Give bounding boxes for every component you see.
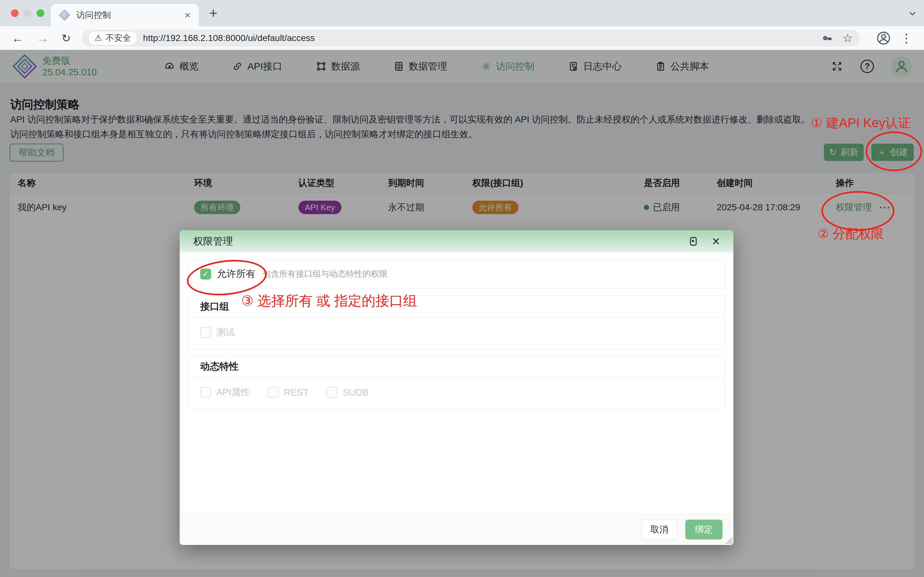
group-test-label: 测试: [216, 326, 235, 339]
tab-close-icon[interactable]: ×: [184, 10, 191, 20]
address-bar[interactable]: ⚠ 不安全 http://192.168.2.108:8000/ui/defau…: [82, 30, 860, 47]
dynamic-api-attr-label: API属性: [216, 386, 250, 399]
new-tab-button[interactable]: +: [209, 5, 218, 21]
window-close-button[interactable]: [11, 9, 19, 17]
window-zoom-button[interactable]: [37, 9, 44, 17]
modal-title: 权限管理: [193, 235, 688, 248]
security-label: 不安全: [106, 32, 131, 44]
reload-button[interactable]: ↻: [61, 33, 71, 44]
forward-button[interactable]: →: [37, 32, 49, 44]
modal-header: 权限管理 ×: [180, 230, 733, 253]
browser-profile-icon[interactable]: [876, 31, 891, 46]
dynamic-api-attr-checkbox[interactable]: [200, 387, 211, 398]
bind-button[interactable]: 绑定: [685, 520, 722, 540]
back-button[interactable]: ←: [11, 32, 24, 44]
annotation-step3: ③ 选择所有 或 指定的接口组: [241, 292, 417, 310]
browser-menu-icon[interactable]: ⋮: [900, 31, 913, 45]
allow-all-row: ✓ 允许所有 包含所有接口组与动态特性的权限: [188, 259, 725, 289]
dynamic-sudb-checkbox[interactable]: [326, 387, 338, 398]
annotation-circle-create: [866, 131, 922, 171]
window-minimize-button[interactable]: [24, 9, 31, 17]
annotation-step1: ① 建API Key认证: [811, 114, 911, 132]
modal-maximize-icon[interactable]: [688, 235, 699, 247]
dynamic-rest-checkbox[interactable]: [268, 387, 279, 398]
favicon: [59, 10, 70, 21]
tab-search-chevron-icon[interactable]: [906, 7, 919, 20]
modal-resize-handle[interactable]: [725, 536, 732, 544]
security-indicator[interactable]: ⚠ 不安全: [89, 31, 137, 45]
dynamic-feature-section: 动态特性 API属性 REST SUDB: [188, 356, 725, 409]
browser-tab[interactable]: 访问控制 ×: [51, 4, 199, 26]
url-text[interactable]: http://192.168.2.108:8000/ui/default/acc…: [143, 33, 812, 43]
group-test-checkbox[interactable]: [200, 327, 211, 338]
dynamic-sudb-label: SUDB: [342, 387, 368, 398]
dynamic-feature-title: 动态特性: [188, 356, 725, 378]
password-key-icon[interactable]: [821, 32, 833, 44]
browser-tab-strip: 访问控制 × +: [0, 0, 924, 26]
allow-all-hint: 包含所有接口组与动态特性的权限: [262, 268, 388, 279]
annotation-step2: ② 分配权限: [817, 225, 884, 243]
bookmark-star-icon[interactable]: ☆: [843, 31, 853, 45]
browser-toolbar: ← → ↻ ⚠ 不安全 http://192.168.2.108:8000/ui…: [0, 26, 924, 50]
tab-title: 访问控制: [76, 9, 184, 21]
modal-close-icon[interactable]: ×: [712, 235, 720, 248]
warning-icon: ⚠: [95, 33, 102, 43]
modal-footer: 取消 绑定: [180, 514, 733, 545]
dynamic-rest-label: REST: [284, 387, 309, 398]
cancel-button[interactable]: 取消: [642, 520, 677, 540]
